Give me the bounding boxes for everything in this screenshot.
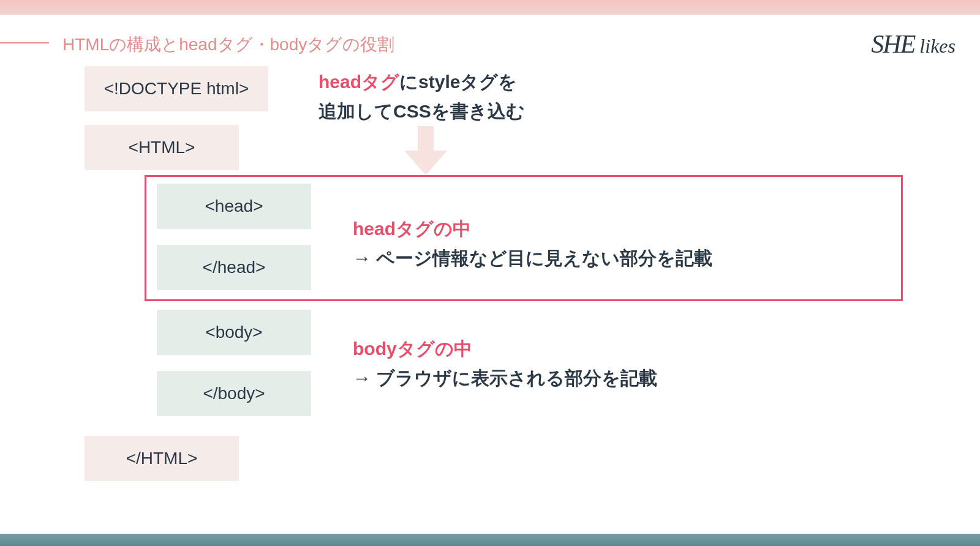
slide-title: HTMLの構成とheadタグ・bodyタグの役割 bbox=[62, 33, 394, 56]
callout-body-highlight: bodyタグの中 bbox=[353, 338, 472, 359]
top-banner bbox=[0, 0, 980, 15]
body-open-tag-box: <body> bbox=[157, 310, 311, 355]
callout-body-desc: → ブラウザに表示される部分を記載 bbox=[353, 368, 657, 388]
bottom-banner bbox=[0, 534, 980, 546]
body-close-tag-box: </body> bbox=[157, 371, 311, 416]
callout-body-description: bodyタグの中 → ブラウザに表示される部分を記載 bbox=[353, 334, 657, 393]
callout-head-description: headタグの中 → ページ情報など目に見えない部分を記載 bbox=[353, 214, 712, 273]
doctype-tag-box: <!DOCTYPE html> bbox=[85, 66, 268, 111]
callout-top-rest1: にstyleタグを bbox=[399, 72, 517, 92]
logo-she-text: SHE bbox=[871, 30, 914, 58]
callout-top-line2: 追加してCSSを書き込む bbox=[318, 101, 525, 121]
brand-logo: SHElikes bbox=[871, 29, 956, 59]
title-accent-line bbox=[0, 42, 49, 43]
down-arrow-icon bbox=[404, 126, 447, 174]
callout-top-highlight: headタグ bbox=[318, 72, 399, 92]
callout-style-in-head: headタグにstyleタグを 追加してCSSを書き込む bbox=[318, 67, 525, 126]
callout-head-desc: → ページ情報など目に見えない部分を記載 bbox=[353, 248, 712, 268]
html-open-tag-box: <HTML> bbox=[85, 125, 239, 170]
logo-likes-text: likes bbox=[919, 35, 956, 57]
html-close-tag-box: </HTML> bbox=[85, 436, 239, 481]
callout-head-highlight: headタグの中 bbox=[353, 219, 471, 239]
